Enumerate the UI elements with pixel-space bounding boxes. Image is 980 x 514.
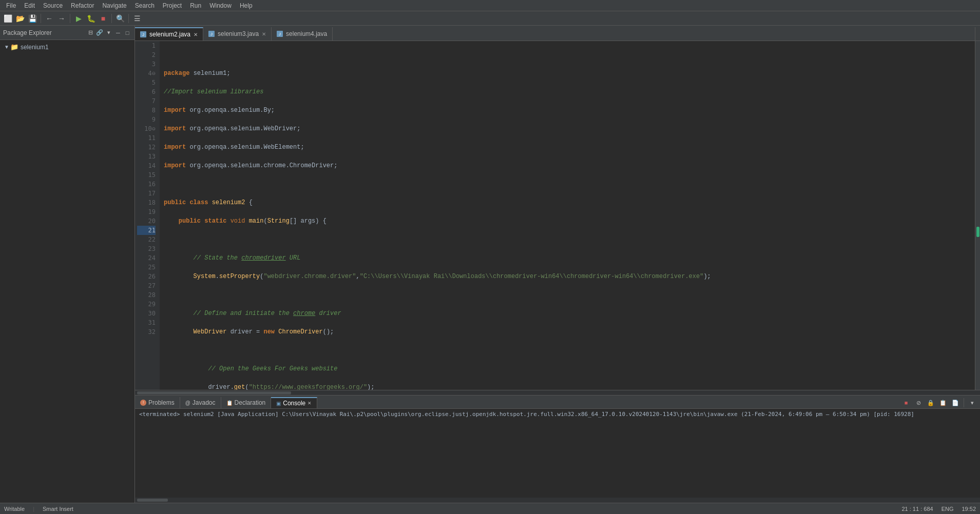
code-line-19: driver.get("https://www.geeksforgeeks.or… — [164, 383, 971, 390]
code-line-15: // Define and initiate the chrome driver — [164, 309, 971, 318]
console-terminate[interactable]: ■ — [900, 397, 912, 408]
status-writable: Writable — [4, 506, 25, 512]
console-clear[interactable]: ⊘ — [913, 397, 924, 408]
ln-9: 9 — [137, 115, 156, 124]
panel-header-icons: ⊟ 🔗 ▾ ─ □ — [86, 29, 131, 37]
ln-28: 28 — [137, 290, 156, 300]
toolbar-stop[interactable]: ■ — [98, 13, 109, 24]
declaration-icon: 📋 — [226, 400, 233, 406]
toolbar-search[interactable]: 🔍 — [114, 13, 126, 24]
menu-project[interactable]: Project — [159, 1, 186, 10]
ln-1: 1 — [137, 41, 156, 50]
menu-file[interactable]: File — [2, 1, 20, 10]
ln-3: 3 — [137, 60, 156, 69]
tab-close-selenium3[interactable]: ✕ — [262, 31, 266, 37]
ln-11: 11 — [137, 133, 156, 143]
status-sep-1: | — [33, 506, 34, 512]
javadoc-icon: @ — [185, 400, 190, 406]
code-line-2: package selenium1; — [164, 69, 971, 78]
status-lang: ENG — [941, 506, 954, 512]
tab-label-selenium3: selenium3.java — [218, 30, 259, 37]
ln-25: 25 — [137, 263, 156, 272]
minimize-panel-btn[interactable]: ─ — [114, 29, 122, 37]
ln-18: 18 — [137, 198, 156, 207]
menu-source[interactable]: Source — [39, 1, 67, 10]
code-line-4: import org.openqa.selenium.By; — [164, 106, 971, 115]
ln-16: 16 — [137, 180, 156, 189]
ln-15: 15 — [137, 170, 156, 180]
bottom-tab-javadoc-label: Javadoc — [193, 399, 216, 406]
horizontal-scrollbar[interactable] — [135, 390, 980, 395]
ln-27: 27 — [137, 281, 156, 290]
bottom-h-scrollbar-thumb[interactable] — [137, 499, 168, 502]
code-line-11 — [164, 235, 971, 244]
code-content[interactable]: package selenium1; //Import selenium lib… — [160, 41, 975, 390]
code-line-6: import org.openqa.selenium.WebElement; — [164, 143, 971, 152]
bottom-tab-declaration-label: Declaration — [235, 399, 266, 406]
ln-31: 31 — [137, 318, 156, 327]
panel-menu-btn[interactable]: ▾ — [105, 29, 113, 37]
code-line-5: import org.openqa.selenium.WebDriver; — [164, 124, 971, 133]
toolbar-open[interactable]: 📂 — [14, 13, 26, 24]
code-editor[interactable]: 1 2 3 4⊖ 5 6 7 8 9 10⊖ 11 12 13 14 15 16 — [135, 41, 975, 390]
bottom-tab-javadoc[interactable]: @ Javadoc — [180, 397, 221, 408]
bottom-tab-console[interactable]: ▣ Console ✕ — [271, 397, 317, 408]
toolbar-run[interactable]: ▶ — [73, 13, 84, 24]
scroll-indicator[interactable] — [976, 227, 979, 237]
toolbar-save[interactable]: 💾 — [27, 13, 38, 24]
console-copy[interactable]: 📋 — [937, 397, 949, 408]
tab-close-selenium2[interactable]: ✕ — [194, 32, 198, 37]
tab-selenium2[interactable]: J selenium2.java ✕ — [135, 27, 203, 41]
code-line-8 — [164, 180, 971, 189]
project-tree-item[interactable]: ▼ 📁 selenium1 — [0, 42, 134, 52]
ln-12: 12 — [137, 143, 156, 152]
ln-20: 20 — [137, 216, 156, 226]
bottom-h-scrollbar[interactable] — [135, 498, 980, 503]
ln-14: 14 — [137, 161, 156, 170]
toolbar-perspective[interactable]: ☰ — [131, 13, 143, 24]
code-line-9: public class selenium2 { — [164, 198, 971, 207]
toolbar-forward[interactable]: → — [56, 13, 67, 24]
ln-7: 7 — [137, 96, 156, 106]
ln-30: 30 — [137, 309, 156, 318]
problems-icon: ! — [140, 400, 146, 406]
console-paste[interactable]: 📄 — [950, 397, 961, 408]
ln-19: 19 — [137, 207, 156, 216]
h-scrollbar-thumb[interactable] — [137, 391, 291, 394]
code-line-17 — [164, 346, 971, 355]
ln-29: 29 — [137, 300, 156, 309]
tab-selenium3[interactable]: J selenium3.java ✕ — [203, 27, 272, 41]
menu-navigate[interactable]: Navigate — [98, 1, 130, 10]
toolbar-new[interactable]: ⬜ — [2, 13, 13, 24]
console-close-btn[interactable]: ✕ — [308, 401, 312, 406]
toolbar: ⬜ 📂 💾 ← → ▶ 🐛 ■ 🔍 ☰ — [0, 11, 980, 26]
toolbar-debug[interactable]: 🐛 — [85, 13, 97, 24]
link-with-editor-btn[interactable]: 🔗 — [95, 29, 104, 37]
menu-edit[interactable]: Edit — [20, 1, 39, 10]
menu-refactor[interactable]: Refactor — [67, 1, 98, 10]
bottom-tab-declaration[interactable]: 📋 Declaration — [221, 397, 272, 408]
tab-icon-selenium3: J — [208, 31, 215, 37]
menu-window[interactable]: Window — [205, 1, 236, 10]
console-scroll-lock[interactable]: 🔒 — [925, 397, 936, 408]
bottom-tab-problems[interactable]: ! Problems — [135, 397, 180, 408]
tab-bar: J selenium2.java ✕ J selenium3.java ✕ J … — [135, 26, 980, 41]
status-insert: Smart Insert — [43, 506, 73, 512]
toolbar-back[interactable]: ← — [44, 13, 55, 24]
tab-bar-scrollbar — [975, 27, 980, 41]
toolbar-sep-4 — [128, 14, 129, 23]
menu-search[interactable]: Search — [131, 1, 159, 10]
maximize-panel-btn[interactable]: □ — [123, 29, 131, 37]
console-menu[interactable]: ▾ — [967, 397, 978, 408]
code-line-16: WebDriver driver = new ChromeDriver(); — [164, 327, 971, 337]
collapse-all-btn[interactable]: ⊟ — [86, 29, 94, 37]
main-layout: Package Explorer ⊟ 🔗 ▾ ─ □ ▼ 📁 selenium1… — [0, 26, 980, 503]
project-icon: 📁 — [10, 43, 18, 51]
menu-help[interactable]: Help — [236, 1, 257, 10]
tab-selenium4[interactable]: J selenium4.java — [272, 27, 333, 41]
bottom-panel: ! Problems @ Javadoc 📋 Declaration ▣ Con… — [135, 395, 980, 498]
menu-run[interactable]: Run — [186, 1, 205, 10]
status-time: 19:52 — [962, 506, 976, 512]
ln-26: 26 — [137, 272, 156, 281]
ln-6: 6 — [137, 87, 156, 96]
